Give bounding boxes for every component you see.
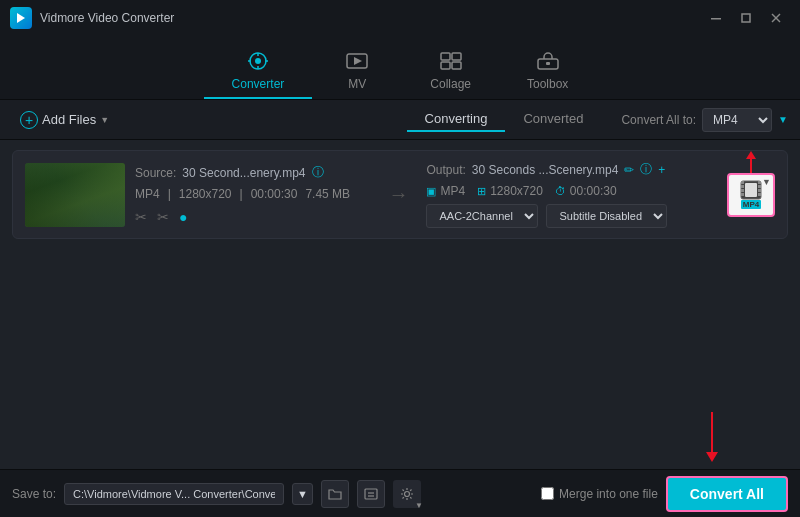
restore-icon[interactable] xyxy=(732,8,760,28)
convert-all-button[interactable]: Convert All xyxy=(666,476,788,512)
window-controls xyxy=(702,8,790,28)
file-row: Source: 30 Second...enery.mp4 ⓘ MP4 | 12… xyxy=(12,150,788,239)
source-info: Source: 30 Second...enery.mp4 ⓘ xyxy=(135,164,370,181)
output-resolution: 1280x720 xyxy=(490,184,543,198)
video-thumbnail xyxy=(25,163,125,227)
output-info-icon[interactable]: ⓘ xyxy=(640,161,652,178)
close-icon[interactable] xyxy=(762,8,790,28)
output-format: MP4 xyxy=(440,184,465,198)
folder-icon-btn[interactable] xyxy=(321,480,349,508)
tab-mv-label: MV xyxy=(348,77,366,91)
svg-rect-26 xyxy=(758,189,761,192)
mp4-label: MP4 xyxy=(741,200,761,209)
output-area: Output: 30 Seconds ...Scenery.mp4 ✏ ⓘ + … xyxy=(426,161,709,228)
svg-point-6 xyxy=(255,58,261,64)
convert-btn-area: MP4 ▼ xyxy=(727,173,775,217)
convert-all-to-label: Convert All to: xyxy=(621,113,696,127)
file-duration: 00:00:30 xyxy=(251,187,298,201)
small-arrow-line xyxy=(750,159,752,173)
output-header: Output: 30 Seconds ...Scenery.mp4 ✏ ⓘ + xyxy=(426,161,709,178)
svg-rect-15 xyxy=(441,62,450,69)
tab-collage-label: Collage xyxy=(430,77,471,91)
film-strip-icon xyxy=(740,180,762,200)
svg-rect-16 xyxy=(452,62,461,69)
svg-marker-0 xyxy=(17,13,25,23)
svg-rect-14 xyxy=(452,53,461,60)
svg-rect-25 xyxy=(758,185,761,188)
mp4-convert-button[interactable]: MP4 ▼ xyxy=(727,173,775,217)
add-files-label: Add Files xyxy=(42,112,96,127)
resolution-meta-icon: ⊞ xyxy=(477,185,486,198)
titlebar: Vidmore Video Converter xyxy=(0,0,800,36)
svg-rect-23 xyxy=(741,193,744,196)
source-info-icon[interactable]: ⓘ xyxy=(312,164,324,181)
tab-mv[interactable]: MV xyxy=(312,44,402,99)
btn-dropdown-arrow: ▼ xyxy=(762,177,771,187)
svg-point-32 xyxy=(404,491,409,496)
file-size: 7.45 MB xyxy=(305,187,350,201)
status-tabs: Converting Converted xyxy=(407,107,602,132)
big-red-arrow xyxy=(706,412,718,462)
subtitle-select[interactable]: Subtitle Disabled No Subtitle xyxy=(546,204,667,228)
output-duration-item: ⏱ 00:00:30 xyxy=(555,184,617,198)
tab-converter[interactable]: Converter xyxy=(204,44,313,99)
svg-rect-28 xyxy=(745,183,757,197)
output-duration: 00:00:30 xyxy=(570,184,617,198)
cut-icon[interactable]: ✂ xyxy=(135,209,147,225)
encode-icon-btn[interactable] xyxy=(357,480,385,508)
add-output-icon[interactable]: + xyxy=(658,163,665,177)
add-files-dropdown-arrow: ▼ xyxy=(100,115,109,125)
arrow-right-icon: → xyxy=(388,183,408,206)
file-meta: MP4 | 1280x720 | 00:00:30 7.45 MB xyxy=(135,187,370,201)
file-format: MP4 xyxy=(135,187,160,201)
svg-rect-27 xyxy=(758,193,761,196)
big-arrow-head xyxy=(706,452,718,462)
toolbar: + Add Files ▼ Converting Converted Conve… xyxy=(0,100,800,140)
edit-icon[interactable]: ✏ xyxy=(624,163,634,177)
format-dropdown-arrow: ▼ xyxy=(778,114,788,125)
plus-icon: + xyxy=(20,111,38,129)
bottom-bar: Save to: ▼ ▼ Merge into one file Convert… xyxy=(0,469,800,517)
scissors-icon[interactable]: ✂ xyxy=(157,209,169,225)
output-dropdowns: AAC-2Channel MP3 Subtitle Disabled No Su… xyxy=(426,204,709,228)
save-to-label: Save to: xyxy=(12,487,56,501)
tab-converted[interactable]: Converted xyxy=(505,107,601,132)
settings-icon-btn[interactable]: ▼ xyxy=(393,480,421,508)
add-files-button[interactable]: + Add Files ▼ xyxy=(12,107,117,133)
output-format-item: ▣ MP4 xyxy=(426,184,465,198)
tab-toolbox-label: Toolbox xyxy=(527,77,568,91)
output-filename: 30 Seconds ...Scenery.mp4 xyxy=(472,163,619,177)
small-arrow-head xyxy=(746,151,756,159)
tab-converting[interactable]: Converting xyxy=(407,107,506,132)
svg-rect-20 xyxy=(741,181,744,184)
file-info-left: Source: 30 Second...enery.mp4 ⓘ MP4 | 12… xyxy=(135,164,370,225)
mv-icon xyxy=(346,52,368,73)
merge-label: Merge into one file xyxy=(559,487,658,501)
svg-rect-21 xyxy=(741,185,744,188)
toolbox-icon xyxy=(537,52,559,73)
audio-select[interactable]: AAC-2Channel MP3 xyxy=(426,204,538,228)
svg-rect-2 xyxy=(742,14,750,22)
svg-rect-1 xyxy=(711,18,721,20)
format-select[interactable]: MP4 MKV AVI MOV xyxy=(702,108,772,132)
output-label: Output: xyxy=(426,163,465,177)
minimize-icon[interactable] xyxy=(702,8,730,28)
svg-rect-18 xyxy=(546,62,550,65)
tab-collage[interactable]: Collage xyxy=(402,44,499,99)
palette-icon[interactable]: ● xyxy=(179,209,187,225)
converter-icon xyxy=(247,52,269,73)
convert-arrow-area: → xyxy=(380,183,416,206)
svg-marker-12 xyxy=(354,57,362,65)
file-resolution: 1280x720 xyxy=(179,187,232,201)
output-meta: ▣ MP4 ⊞ 1280x720 ⏱ 00:00:30 xyxy=(426,184,709,198)
merge-checkbox-area: Merge into one file xyxy=(541,487,658,501)
source-filename: 30 Second...enery.mp4 xyxy=(182,166,305,180)
collage-icon xyxy=(440,52,462,73)
merge-checkbox[interactable] xyxy=(541,487,554,500)
video-meta-icon: ▣ xyxy=(426,185,436,198)
save-path-input[interactable] xyxy=(64,483,284,505)
tab-toolbox[interactable]: Toolbox xyxy=(499,44,596,99)
tab-converter-label: Converter xyxy=(232,77,285,91)
save-path-dropdown[interactable]: ▼ xyxy=(292,483,313,505)
svg-rect-22 xyxy=(741,189,744,192)
